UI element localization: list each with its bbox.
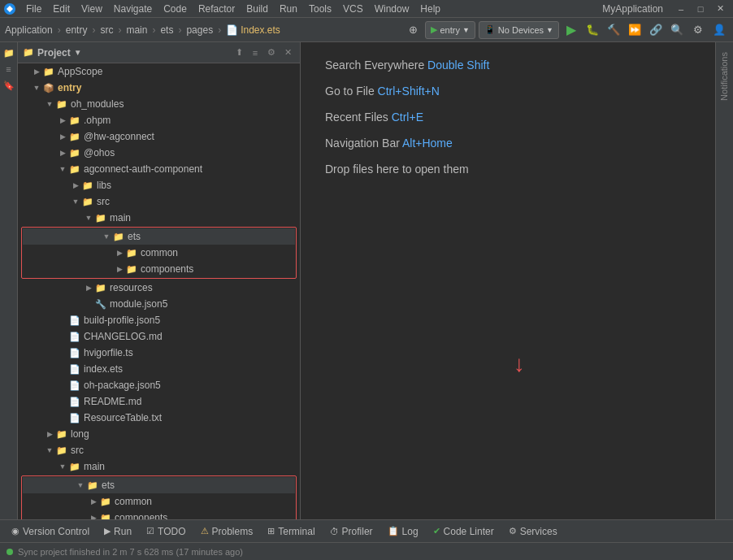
menu-run[interactable]: Run — [275, 2, 302, 16]
devices-dropdown-icon: ▼ — [546, 26, 553, 34]
tree-item-common-highlighted[interactable]: ▶ 📁 common — [23, 245, 295, 261]
project-panel: 📁 Project ▼ ⬆ ≡ ⚙ ✕ ▶ 📁 AppScope ▼ — [18, 42, 301, 519]
minimize-button[interactable]: – — [671, 0, 691, 18]
breadcrumb-application[interactable]: Application — [5, 24, 53, 36]
folder-icon-ets-bottom: 📁 — [86, 479, 99, 492]
tree-item-build-profile[interactable]: 📄 build-profile.json5 — [18, 312, 300, 328]
tree-item-entry[interactable]: ▼ 📦 entry — [18, 80, 300, 96]
profile-run-button[interactable]: ⏩ — [626, 21, 644, 39]
menu-navigate[interactable]: Navigate — [109, 2, 157, 16]
search-everywhere-btn[interactable]: ⊕ — [404, 21, 422, 39]
folder-icon-hw-agconnect: 📁 — [68, 130, 81, 143]
folder-icon-libs: 📁 — [81, 179, 94, 192]
close-panel-btn[interactable]: ✕ — [280, 46, 295, 60]
devices-selector[interactable]: 📱 No Devices ▼ — [479, 21, 559, 39]
tree-item-components-bottom[interactable]: ▶ 📁 components — [23, 510, 295, 519]
tree-item-index-ets[interactable]: 📄 index.ets — [18, 361, 300, 377]
tree-container[interactable]: ▶ 📁 AppScope ▼ 📦 entry ▼ 📁 oh_modules — [18, 63, 300, 519]
menu-file[interactable]: File — [21, 2, 46, 16]
tree-item-oh-modules[interactable]: ▼ 📁 oh_modules — [18, 96, 300, 112]
tree-item-hw-agconnect[interactable]: ▶ 📁 @hw-agconnect — [18, 128, 300, 145]
tab-profiler[interactable]: ⏱ Profiler — [323, 523, 380, 540]
attach-button[interactable]: 🔗 — [647, 21, 665, 39]
run-button[interactable]: ▶ — [562, 21, 580, 39]
tab-problems[interactable]: ⚠ Problems — [194, 523, 260, 540]
go-to-file-hint: Go to File Ctrl+Shift+N — [325, 85, 440, 98]
tree-item-ohos[interactable]: ▶ 📁 @ohos — [18, 145, 300, 161]
tree-item-resources[interactable]: ▶ 📁 resources — [18, 280, 300, 296]
project-icon[interactable]: 📁 — [2, 46, 16, 60]
folder-icon-agconnect: 📁 — [68, 163, 81, 176]
close-button[interactable]: ✕ — [710, 0, 730, 18]
maximize-button[interactable]: □ — [691, 0, 710, 18]
tree-item-hvigorfile[interactable]: 📄 hvigorfile.ts — [18, 345, 300, 361]
log-icon: 📋 — [388, 526, 399, 536]
menu-refactor[interactable]: Refactor — [193, 2, 240, 16]
tree-item-appscope[interactable]: ▶ 📁 AppScope — [18, 63, 300, 80]
folder-icon-oh-modules: 📁 — [55, 98, 68, 111]
breadcrumb-entry[interactable]: entry — [66, 24, 88, 36]
terminal-icon: ⊞ — [267, 526, 275, 536]
tab-services[interactable]: ⚙ Services — [502, 523, 564, 540]
bookmarks-icon[interactable]: 🔖 — [2, 78, 16, 93]
tree-item-src-agconnect[interactable]: ▼ 📁 src — [18, 193, 300, 210]
tab-code-linter[interactable]: ✔ Code Linter — [427, 523, 501, 540]
version-control-icon: ◉ — [11, 526, 20, 536]
tree-item-oh-package[interactable]: 📄 oh-package.json5 — [18, 377, 300, 393]
tab-run[interactable]: ▶ Run — [98, 523, 138, 540]
tree-item-agconnect[interactable]: ▼ 📁 agconnect-auth-component — [18, 161, 300, 177]
tab-log[interactable]: 📋 Log — [381, 523, 425, 540]
tree-item-resource-table[interactable]: 📄 ResourceTable.txt — [18, 410, 300, 426]
folder-icon-resources: 📁 — [94, 281, 107, 294]
folder-icon-main-agconnect: 📁 — [94, 211, 107, 224]
menu-window[interactable]: Window — [370, 2, 414, 16]
panel-dropdown-btn[interactable]: ▼ — [74, 48, 82, 57]
tree-item-components-highlighted[interactable]: ▶ 📁 components — [23, 261, 295, 277]
build-button[interactable]: 🔨 — [605, 21, 622, 39]
tree-item-readme[interactable]: 📄 README.md — [18, 393, 300, 410]
menu-code[interactable]: Code — [158, 2, 192, 16]
expand-btn[interactable]: ≡ — [248, 46, 262, 60]
tab-version-control[interactable]: ◉ Version Control — [5, 523, 96, 540]
tree-item-module-json[interactable]: 🔧 module.json5 — [18, 296, 300, 312]
breadcrumb-main[interactable]: main — [126, 24, 147, 36]
search-button[interactable]: 🔍 — [668, 21, 686, 39]
tab-terminal[interactable]: ⊞ Terminal — [261, 523, 321, 540]
search-everywhere-hint: Search Everywhere Double Shift — [325, 59, 489, 72]
services-icon: ⚙ — [509, 526, 517, 536]
menu-vcs[interactable]: VCS — [338, 2, 368, 16]
file-icon-changelog: 📄 — [68, 330, 81, 343]
folder-icon-appscope: 📁 — [42, 65, 55, 78]
tree-item-ohpm[interactable]: ▶ 📁 .ohpm — [18, 112, 300, 128]
gear-btn[interactable]: ⚙ — [264, 46, 279, 60]
tree-item-changelog[interactable]: 📄 CHANGELOG.md — [18, 328, 300, 345]
tree-item-ets-bottom[interactable]: ▼ 📁 ets — [23, 477, 295, 493]
tree-item-long[interactable]: ▶ 📁 long — [18, 426, 300, 442]
debug-button[interactable]: 🐛 — [583, 21, 601, 39]
notifications-panel[interactable]: Notifications — [718, 46, 732, 107]
toolbar: Application › entry › src › main › ets ›… — [0, 18, 733, 42]
user-button[interactable]: 👤 — [710, 21, 728, 39]
breadcrumb-current-file[interactable]: 📄 Index.ets — [226, 24, 280, 36]
menu-view[interactable]: View — [76, 2, 107, 16]
drop-files-hint: Drop files here to open them — [325, 163, 469, 176]
tree-item-src-entry[interactable]: ▼ 📁 src — [18, 442, 300, 458]
menu-tools[interactable]: Tools — [304, 2, 336, 16]
tree-item-ets-highlighted[interactable]: ▼ 📁 ets — [23, 228, 295, 245]
breadcrumb-src[interactable]: src — [100, 24, 113, 36]
structure-icon[interactable]: ≡ — [2, 62, 16, 76]
collapse-all-btn[interactable]: ⬆ — [232, 46, 246, 60]
tab-profiler-label: Profiler — [342, 526, 373, 537]
tree-item-libs[interactable]: ▶ 📁 libs — [18, 177, 300, 193]
menu-build[interactable]: Build — [241, 2, 273, 16]
entry-selector[interactable]: ▶ entry ▼ — [425, 21, 475, 39]
tree-item-main-entry[interactable]: ▼ 📁 main — [18, 458, 300, 475]
menu-help[interactable]: Help — [415, 2, 445, 16]
tab-todo[interactable]: ☑ TODO — [140, 523, 192, 540]
tree-item-main-agconnect[interactable]: ▼ 📁 main — [18, 210, 300, 226]
settings-button[interactable]: ⚙ — [689, 21, 707, 39]
breadcrumb-ets[interactable]: ets — [160, 24, 173, 36]
menu-edit[interactable]: Edit — [48, 2, 75, 16]
breadcrumb-pages[interactable]: pages — [186, 24, 213, 36]
tree-item-common-bottom[interactable]: ▶ 📁 common — [23, 493, 295, 510]
